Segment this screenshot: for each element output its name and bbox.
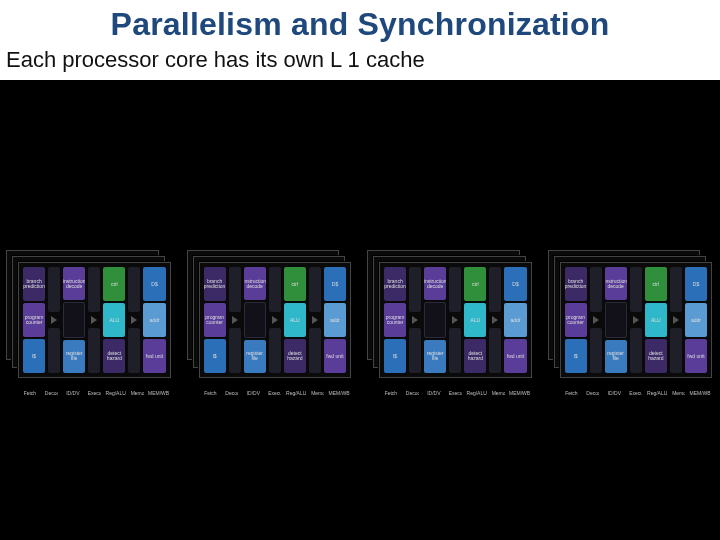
stage-label: Fetch <box>379 390 403 396</box>
stage-label: Execute <box>88 390 101 396</box>
stage-label: Execute <box>268 390 281 396</box>
stage-execute: ctrl ALU detect hazard <box>103 267 125 373</box>
decode-block: instruction decode <box>63 267 85 300</box>
core: branch predictionprogram counterI$ instr… <box>187 250 354 380</box>
stage-label: MEM/WB <box>688 390 712 396</box>
stage-labels: FetchDecodeID/DVExecuteReg/ALUMemoryMEM/… <box>379 390 532 396</box>
latch-ex-mem <box>128 267 140 373</box>
core: branch predictionprogram counterI$ instr… <box>367 250 534 380</box>
cores-row: branch prediction program counter I$ ins… <box>6 250 714 380</box>
arrow-icon <box>670 314 682 326</box>
icache-block: I$ <box>384 339 406 373</box>
hazard-block: detect hazard <box>464 339 486 373</box>
decode-block: instruction decode <box>244 267 266 300</box>
alu-block: ALU <box>464 303 486 337</box>
stage-label: Reg/ALU <box>284 390 308 396</box>
stage-label: Decode <box>406 390 419 396</box>
fwd-block: fwd unit <box>143 339 165 373</box>
ctrl-block: ctrl <box>284 267 306 301</box>
program-counter-block: program counter <box>23 303 45 337</box>
regfile-block: register file <box>63 340 85 373</box>
fwd-block: fwd unit <box>504 339 526 373</box>
icache-block: I$ <box>565 339 587 373</box>
pipeline-diagram: branch predictionprogram counterI$ instr… <box>560 262 713 378</box>
stage-fetch: branch prediction program counter I$ <box>23 267 45 373</box>
fwd-block: fwd unit <box>685 339 707 373</box>
icache-block: I$ <box>23 339 45 373</box>
dcache-block: D$ <box>685 267 707 301</box>
stage-label: ID/DV <box>602 390 626 396</box>
addr-block: addr <box>685 303 707 337</box>
ctrl-block: ctrl <box>464 267 486 301</box>
stage-label: Memory <box>311 390 324 396</box>
stage-labels: Fetch Decode ID/DV Execute Reg/ALU Memor… <box>18 390 171 396</box>
arrow-icon <box>489 314 501 326</box>
arrow-icon <box>630 314 642 326</box>
alu-block: ALU <box>645 303 667 337</box>
stage-label: Reg/ALU <box>645 390 669 396</box>
stage-label: Decode <box>45 390 58 396</box>
stage-label: Memory <box>672 390 685 396</box>
title-area: Parallelism and Synchronization Each pro… <box>0 0 720 80</box>
hazard-block: detect hazard <box>284 339 306 373</box>
core: branch prediction program counter I$ ins… <box>6 250 173 380</box>
arrow-icon <box>269 314 281 326</box>
pipeline-diagram: branch predictionprogram counterI$ instr… <box>379 262 532 378</box>
icache-block: I$ <box>204 339 226 373</box>
regfile-block: register file <box>244 340 266 373</box>
stage-label: MEM/WB <box>327 390 351 396</box>
program-counter-block: program counter <box>384 303 406 337</box>
stage-label: Reg/ALU <box>104 390 128 396</box>
dcache-block: D$ <box>324 267 346 301</box>
program-counter-block: program counter <box>565 303 587 337</box>
pipeline-diagram: branch predictionprogram counterI$ instr… <box>199 262 352 378</box>
branch-predictor-block: branch prediction <box>23 267 45 301</box>
hazard-block: detect hazard <box>103 339 125 373</box>
stage-label: Execute <box>629 390 642 396</box>
dcache-block: D$ <box>143 267 165 301</box>
branch-predictor-block: branch prediction <box>384 267 406 301</box>
arrow-icon <box>229 314 241 326</box>
page-title: Parallelism and Synchronization <box>0 0 720 43</box>
regfile-block: register file <box>605 340 627 373</box>
arrow-icon <box>128 314 140 326</box>
ctrl-block: ctrl <box>103 267 125 301</box>
arrow-icon <box>449 314 461 326</box>
hazard-block: detect hazard <box>645 339 667 373</box>
stage-label: Fetch <box>18 390 42 396</box>
stage-labels: FetchDecodeID/DVExecuteReg/ALUMemoryMEM/… <box>560 390 713 396</box>
branch-predictor-block: branch prediction <box>204 267 226 301</box>
decode-block: instruction decode <box>605 267 627 300</box>
arrow-icon <box>309 314 321 326</box>
branch-predictor-block: branch prediction <box>565 267 587 301</box>
stage-label: ID/DV <box>241 390 265 396</box>
stage-memory: D$ addr fwd unit <box>143 267 165 373</box>
stage-label: Execute <box>449 390 462 396</box>
regfile-block: register file <box>424 340 446 373</box>
latch-id-ex <box>88 267 100 373</box>
addr-block: addr <box>504 303 526 337</box>
stage-decode: instruction decode register file <box>63 267 85 373</box>
stage-label: Memory <box>131 390 144 396</box>
alu-block: ALU <box>284 303 306 337</box>
stage-label: Reg/ALU <box>465 390 489 396</box>
arrow-icon <box>590 314 602 326</box>
dcache-block: D$ <box>504 267 526 301</box>
stage-label: Decode <box>225 390 238 396</box>
stage-label: Fetch <box>560 390 584 396</box>
stage-label: Memory <box>492 390 505 396</box>
fwd-block: fwd unit <box>324 339 346 373</box>
stage-label: ID/DV <box>61 390 85 396</box>
program-counter-block: program counter <box>204 303 226 337</box>
subtitle: Each processor core has its own L 1 cach… <box>0 45 425 75</box>
stage-label: ID/DV <box>422 390 446 396</box>
alu-block: ALU <box>103 303 125 337</box>
stage-labels: FetchDecodeID/DVExecuteReg/ALUMemoryMEM/… <box>199 390 352 396</box>
arrow-icon <box>48 314 60 326</box>
addr-block: addr <box>143 303 165 337</box>
arrow-icon <box>88 314 100 326</box>
stage-label: MEM/WB <box>147 390 171 396</box>
arrow-icon <box>409 314 421 326</box>
pipeline-diagram: branch prediction program counter I$ ins… <box>18 262 171 378</box>
addr-block: addr <box>324 303 346 337</box>
